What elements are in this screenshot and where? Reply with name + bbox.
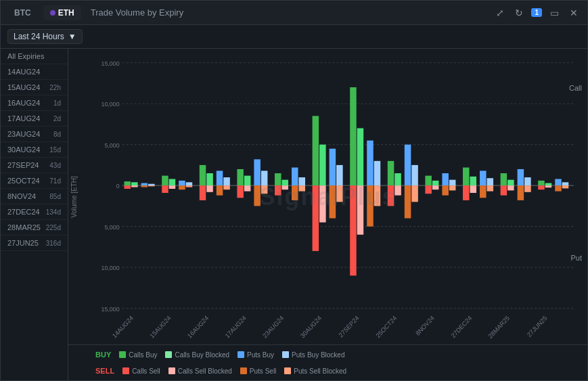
sidebar-item-16aug24[interactable]: 16AUG241d bbox=[1, 95, 68, 111]
calls-sell-blocked-swatch bbox=[168, 367, 175, 374]
svg-rect-97 bbox=[507, 185, 514, 190]
minimize-button[interactable]: ▭ bbox=[547, 6, 562, 20]
svg-rect-67 bbox=[374, 161, 381, 185]
export-button[interactable]: ⤢ bbox=[493, 6, 507, 20]
svg-rect-63 bbox=[357, 128, 364, 185]
main-content: All Expiries14AUG2415AUG2422h16AUG241d17… bbox=[1, 49, 587, 380]
svg-rect-14 bbox=[125, 181, 131, 185]
svg-rect-99 bbox=[524, 177, 531, 185]
svg-rect-108 bbox=[555, 185, 562, 191]
puts-buy-label: Puts Buy bbox=[247, 351, 274, 359]
sidebar-item-27sep24[interactable]: 27SEP2443d bbox=[1, 158, 68, 173]
sidebar-item-days: 225d bbox=[46, 224, 61, 231]
svg-text:10,000: 10,000 bbox=[101, 101, 119, 108]
svg-rect-57 bbox=[319, 185, 326, 222]
sidebar-item-17aug24[interactable]: 17AUG242d bbox=[1, 111, 68, 127]
svg-rect-85 bbox=[449, 185, 456, 190]
svg-text:16AUG24: 16AUG24 bbox=[186, 315, 210, 340]
svg-rect-49 bbox=[281, 185, 288, 189]
svg-rect-27 bbox=[186, 182, 193, 185]
svg-rect-19 bbox=[148, 184, 155, 185]
sidebar-item-25oct24[interactable]: 25OCT2471d bbox=[1, 173, 68, 189]
put-label: Put bbox=[570, 254, 582, 262]
svg-rect-69 bbox=[374, 185, 381, 206]
sidebar-item-27dec24[interactable]: 27DEC24134d bbox=[1, 204, 68, 220]
refresh-button[interactable]: ↻ bbox=[512, 6, 526, 20]
svg-rect-48 bbox=[275, 185, 281, 196]
sidebar-item-30aug24[interactable]: 30AUG2415d bbox=[1, 142, 68, 158]
dropdown-arrow-icon: ▼ bbox=[68, 32, 76, 41]
calls-buy-blocked-label: Calls Buy Blocked bbox=[175, 351, 229, 359]
svg-text:30AUG24: 30AUG24 bbox=[299, 315, 323, 340]
chart-container: 15,00010,0005,00005,00010,00015,00014AUG… bbox=[68, 49, 587, 344]
svg-rect-66 bbox=[367, 141, 374, 186]
svg-rect-101 bbox=[524, 185, 531, 192]
eth-dot bbox=[50, 10, 55, 16]
svg-rect-71 bbox=[394, 173, 401, 185]
svg-rect-89 bbox=[470, 185, 477, 193]
svg-rect-100 bbox=[518, 185, 524, 200]
svg-rect-77 bbox=[411, 185, 418, 202]
sidebar-item-15aug24[interactable]: 15AUG2422h bbox=[1, 80, 68, 95]
chart-area: 15,00010,0005,00005,00010,00015,00014AUG… bbox=[68, 49, 587, 380]
svg-text:27JUN25: 27JUN25 bbox=[526, 315, 548, 339]
svg-text:15,000: 15,000 bbox=[101, 60, 119, 67]
sidebar-item-label: 27JUN25 bbox=[7, 239, 39, 247]
sidebar-item-14aug24[interactable]: 14AUG24 bbox=[1, 64, 68, 80]
svg-rect-90 bbox=[480, 171, 487, 185]
calls-sell-swatch bbox=[122, 367, 129, 374]
svg-rect-62 bbox=[350, 87, 357, 185]
svg-rect-17 bbox=[131, 185, 138, 187]
svg-text:17AUG24: 17AUG24 bbox=[224, 315, 248, 340]
sidebar-item-label: 27SEP24 bbox=[7, 161, 39, 169]
svg-rect-94 bbox=[501, 173, 507, 185]
svg-rect-92 bbox=[480, 185, 487, 198]
time-range-dropdown[interactable]: Last 24 Hours ▼ bbox=[7, 29, 83, 44]
svg-rect-33 bbox=[206, 185, 213, 192]
svg-rect-35 bbox=[223, 177, 230, 185]
svg-rect-86 bbox=[463, 168, 470, 186]
btc-tab[interactable]: BTC bbox=[7, 5, 38, 20]
title-bar-actions: ⤢ ↻ 1 ▭ ✕ bbox=[493, 6, 581, 20]
svg-text:14AUG24: 14AUG24 bbox=[111, 315, 135, 340]
svg-rect-44 bbox=[254, 185, 261, 206]
calls-buy-blocked-swatch bbox=[165, 351, 172, 358]
svg-rect-96 bbox=[501, 185, 507, 196]
puts-sell-swatch bbox=[240, 367, 247, 374]
chart-svg: 15,00010,0005,00005,00010,00015,00014AUG… bbox=[89, 55, 581, 344]
puts-buy-blocked-swatch bbox=[282, 351, 289, 358]
svg-rect-30 bbox=[200, 165, 206, 185]
svg-rect-28 bbox=[179, 185, 185, 189]
svg-rect-24 bbox=[162, 185, 168, 193]
svg-text:0: 0 bbox=[116, 183, 120, 189]
svg-rect-45 bbox=[261, 185, 268, 194]
legend-puts-sell: Puts Sell bbox=[240, 367, 276, 375]
svg-text:25OCT24: 25OCT24 bbox=[375, 315, 398, 340]
call-label: Call bbox=[569, 84, 582, 92]
svg-rect-52 bbox=[292, 185, 298, 200]
svg-rect-109 bbox=[562, 185, 569, 188]
badge: 1 bbox=[531, 8, 542, 17]
sidebar-item-28mar25[interactable]: 28MAR25225d bbox=[1, 220, 68, 236]
sidebar-item-label: 14AUG24 bbox=[7, 68, 40, 76]
svg-rect-26 bbox=[179, 181, 185, 185]
sidebar-item-all-expiries[interactable]: All Expiries bbox=[1, 49, 68, 64]
sidebar-item-23aug24[interactable]: 23AUG248d bbox=[1, 127, 68, 142]
sidebar-item-label: 23AUG24 bbox=[7, 130, 40, 138]
svg-rect-23 bbox=[169, 179, 176, 185]
svg-rect-50 bbox=[292, 168, 298, 186]
svg-rect-43 bbox=[261, 171, 268, 185]
svg-rect-47 bbox=[281, 180, 288, 185]
legend-calls-sell: Calls Sell bbox=[122, 367, 160, 375]
time-range-label: Last 24 Hours bbox=[14, 32, 64, 41]
close-button[interactable]: ✕ bbox=[567, 6, 581, 20]
sidebar-item-days: 8d bbox=[53, 131, 61, 138]
sidebar-item-label: 15AUG24 bbox=[7, 83, 40, 91]
sidebar-item-8nov24[interactable]: 8NOV2485d bbox=[1, 189, 68, 204]
svg-rect-40 bbox=[237, 185, 244, 198]
sidebar-item-days: 1d bbox=[53, 99, 61, 107]
svg-rect-73 bbox=[394, 185, 401, 196]
sidebar-item-27jun25[interactable]: 27JUN25316d bbox=[1, 236, 68, 251]
svg-rect-46 bbox=[275, 173, 281, 185]
eth-tab[interactable]: ETH bbox=[43, 5, 81, 20]
